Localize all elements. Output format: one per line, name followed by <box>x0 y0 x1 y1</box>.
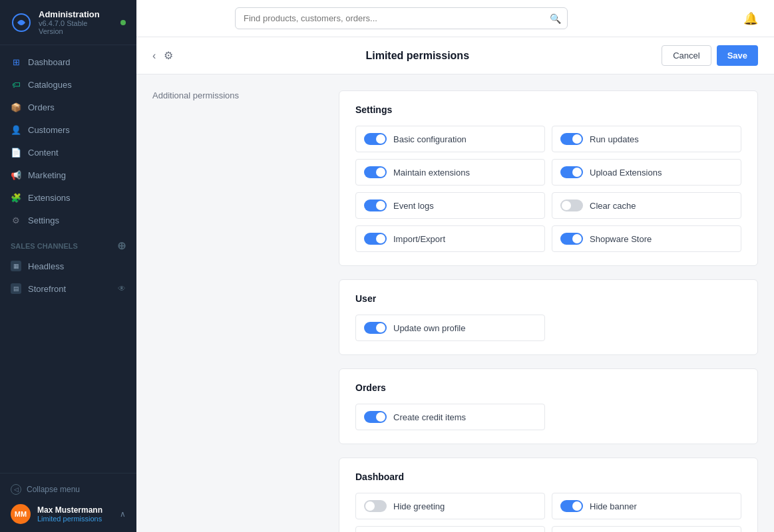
page-settings-icon[interactable]: ⚙ <box>164 49 173 62</box>
sidebar-item-extensions[interactable]: 🧩 Extensions <box>0 186 136 209</box>
dashboard-section-title: Dashboard <box>355 471 741 482</box>
sales-channels-label: Sales Channels <box>11 242 78 250</box>
toggle-maintain-ext[interactable] <box>364 166 387 178</box>
main-area: 🔍 🔔 ‹ ⚙ Limited permissions Cancel Save … <box>136 0 774 532</box>
topbar-right: 🔔 <box>743 11 758 26</box>
user-permissions-grid: Update own profile <box>355 315 741 341</box>
page-header: ‹ ⚙ Limited permissions Cancel Save <box>136 37 774 74</box>
cancel-button[interactable]: Cancel <box>662 45 711 66</box>
status-indicator <box>120 20 126 25</box>
sidebar-item-label: Headless <box>28 261 64 271</box>
right-panel: Settings Basic configuration Run updates… <box>323 74 774 532</box>
user-avatar: MM <box>11 504 31 524</box>
toggle-hide-greeting[interactable] <box>364 500 387 512</box>
extensions-icon: 🧩 <box>11 192 21 203</box>
toggle-shopware-store[interactable] <box>560 233 583 245</box>
search-input[interactable] <box>235 7 568 29</box>
toggle-event-logs[interactable] <box>364 200 387 211</box>
sidebar-item-label: Catalogues <box>28 80 72 90</box>
storefront-visibility-icon[interactable]: 👁 <box>118 284 126 293</box>
perm-label-hide-greeting: Hide greeting <box>393 501 445 511</box>
perm-item-import-export: Import/Export <box>355 225 545 252</box>
sidebar-item-dashboard[interactable]: ⊞ Dashboard <box>0 51 136 73</box>
sidebar-item-label: Extensions <box>28 193 71 203</box>
sidebar-item-label: Dashboard <box>28 57 71 67</box>
search-bar: 🔍 <box>235 7 568 29</box>
user-role: Limited permissions <box>37 515 113 523</box>
perm-label-basic-config: Basic configuration <box>393 134 467 144</box>
collapse-menu-label: Collapse menu <box>27 485 80 494</box>
app-version: v6.4.7.0 Stable Version <box>39 19 114 35</box>
back-button[interactable]: ‹ <box>152 50 156 62</box>
user-info-block[interactable]: MM Max Mustermann Limited permissions ∧ <box>11 504 126 524</box>
toggle-hide-banner[interactable] <box>560 500 583 512</box>
toggle-upload-ext[interactable] <box>560 166 583 178</box>
topbar: 🔍 🔔 <box>136 0 774 37</box>
app-name: Administration <box>39 9 114 19</box>
save-button[interactable]: Save <box>717 45 758 66</box>
perm-item-event-logs: Event logs <box>355 192 545 219</box>
dashboard-permissions-card: Dashboard Hide greeting Hide banner Hide… <box>339 458 758 532</box>
sidebar-header: Administration v6.4.7.0 Stable Version <box>0 0 136 45</box>
sidebar-item-label: Orders <box>28 102 55 112</box>
perm-label-import-export: Import/Export <box>393 234 445 244</box>
storefront-channel-icon: ▤ <box>11 283 21 294</box>
perm-item-run-updates: Run updates <box>552 126 741 152</box>
sidebar-item-label: Settings <box>28 215 59 225</box>
notification-bell-icon[interactable]: 🔔 <box>743 11 758 26</box>
perm-label-upload-ext: Upload Extensions <box>590 168 662 178</box>
sidebar-item-label: Customers <box>28 125 70 135</box>
sidebar-item-label: Content <box>28 148 59 158</box>
perm-item-basic-config: Basic configuration <box>355 126 545 152</box>
headless-channel-icon: ▦ <box>11 261 21 271</box>
sidebar-item-headless[interactable]: ▦ Headless <box>0 255 136 277</box>
add-sales-channel-icon[interactable]: ⊕ <box>117 239 126 252</box>
user-name: Max Mustermann <box>37 505 113 515</box>
toggle-run-updates[interactable] <box>560 133 583 145</box>
sidebar: Administration v6.4.7.0 Stable Version ⊞… <box>0 0 136 532</box>
sidebar-item-orders[interactable]: 📦 Orders <box>0 96 136 118</box>
perm-label-hide-banner: Hide banner <box>590 501 637 511</box>
sidebar-item-settings[interactable]: ⚙ Settings <box>0 209 136 231</box>
toggle-clear-cache[interactable] <box>560 200 583 211</box>
perm-item-maintain-ext: Maintain extensions <box>355 159 545 186</box>
sidebar-item-marketing[interactable]: 📢 Marketing <box>0 164 136 186</box>
left-panel: Additional permissions <box>136 74 323 532</box>
sidebar-item-label: Storefront <box>28 284 66 294</box>
toggle-update-profile[interactable] <box>364 322 387 334</box>
perm-item-hide-checklist: Hide checklist area <box>355 526 545 532</box>
perm-item-hide-feedback: Hide feedback area <box>552 526 741 532</box>
collapse-menu-icon: ◁ <box>11 484 21 495</box>
search-icon: 🔍 <box>550 13 561 24</box>
sidebar-item-storefront[interactable]: ▤ Storefront 👁 <box>0 277 136 300</box>
user-details: Max Mustermann Limited permissions <box>37 505 113 523</box>
perm-item-hide-banner: Hide banner <box>552 493 741 519</box>
header-actions: Cancel Save <box>662 45 758 66</box>
user-section-title: User <box>355 293 741 304</box>
catalogues-icon: 🏷 <box>11 79 21 90</box>
marketing-icon: 📢 <box>11 170 21 180</box>
sidebar-item-label: Marketing <box>28 170 66 180</box>
toggle-create-credit[interactable] <box>364 411 387 423</box>
orders-section-title: Orders <box>355 382 741 393</box>
perm-label-run-updates: Run updates <box>590 134 639 144</box>
perm-item-create-credit: Create credit items <box>355 404 545 430</box>
perm-label-create-credit: Create credit items <box>393 412 466 422</box>
toggle-import-export[interactable] <box>364 233 387 245</box>
app-logo <box>11 12 32 33</box>
customers-icon: 👤 <box>11 124 21 135</box>
settings-permissions-card: Settings Basic configuration Run updates… <box>339 90 758 266</box>
sidebar-item-catalogues[interactable]: 🏷 Catalogues <box>0 73 136 96</box>
main-nav: ⊞ Dashboard 🏷 Catalogues 📦 Orders 👤 Cust… <box>0 45 136 473</box>
toggle-basic-config[interactable] <box>364 133 387 145</box>
perm-label-update-profile: Update own profile <box>393 323 465 333</box>
sidebar-item-customers[interactable]: 👤 Customers <box>0 118 136 141</box>
collapse-menu-button[interactable]: ◁ Collapse menu <box>11 481 126 497</box>
sidebar-item-content[interactable]: 📄 Content <box>0 141 136 164</box>
settings-icon: ⚙ <box>11 215 21 225</box>
content-area: Additional permissions Settings Basic co… <box>136 74 774 532</box>
perm-label-clear-cache: Clear cache <box>590 201 636 211</box>
perm-label-maintain-ext: Maintain extensions <box>393 168 470 178</box>
content-icon: 📄 <box>11 147 21 158</box>
perm-item-shopware-store: Shopware Store <box>552 225 741 252</box>
